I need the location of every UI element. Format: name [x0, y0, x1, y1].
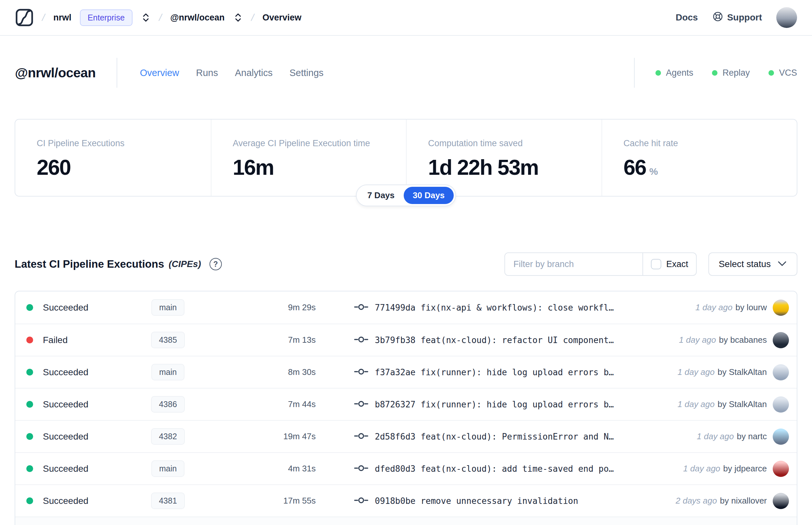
- cipe-table-row[interactable]: Succeeded main 4m 31s dfed80d3 feat(nx-c…: [15, 452, 797, 484]
- row-time-ago: 1 day ago: [695, 302, 732, 313]
- chevron-down-icon: [777, 259, 787, 269]
- row-time-ago: 1 day ago: [679, 335, 716, 345]
- git-commit-icon: [354, 432, 368, 441]
- row-status-label: Succeeded: [43, 367, 137, 377]
- row-duration: 7m 44s: [199, 399, 316, 409]
- cipe-table-row[interactable]: Succeeded main 8m 30s f37a32ae fix(runne…: [15, 356, 797, 388]
- cipe-table: Succeeded main 9m 29s 771499da fix(nx-ap…: [15, 291, 797, 525]
- row-duration: 19m 47s: [199, 432, 316, 441]
- status-agents[interactable]: Agents: [656, 68, 693, 78]
- branch-chip[interactable]: 4385: [151, 332, 185, 348]
- status-dot-icon: [26, 465, 33, 472]
- workspace-header: @nrwl/ocean Overview Runs Analytics Sett…: [0, 58, 812, 88]
- commit-message[interactable]: dfed80d3 feat(nx-cloud): add time-saved …: [375, 464, 677, 474]
- row-status-label: Succeeded: [43, 302, 137, 313]
- branch-filter-group: Exact: [504, 252, 697, 276]
- cipe-title: Latest CI Pipeline Executions: [15, 258, 164, 270]
- row-time-ago: 1 day ago: [677, 399, 715, 409]
- workspace-tabs: Overview Runs Analytics Settings: [117, 58, 323, 88]
- exact-label: Exact: [666, 259, 688, 269]
- green-dot-icon: [712, 70, 718, 76]
- row-author: by nartc: [737, 432, 767, 441]
- green-dot-icon: [656, 70, 661, 76]
- range-30-days-button[interactable]: 30 Days: [404, 187, 454, 204]
- status-dot-icon: [26, 433, 33, 440]
- lifebuoy-icon: [712, 11, 723, 24]
- row-author: by jdpearce: [723, 464, 767, 474]
- breadcrumb-page: Overview: [262, 13, 302, 23]
- breadcrumb-separator: /: [158, 12, 163, 23]
- tab-runs[interactable]: Runs: [196, 68, 218, 78]
- git-commit-icon: [354, 496, 368, 506]
- user-avatar[interactable]: [776, 7, 797, 28]
- commit-message[interactable]: b8726327 fix(runner): hide log upload er…: [375, 400, 671, 409]
- page-title: @nrwl/ocean: [15, 65, 96, 80]
- author-avatar[interactable]: [773, 300, 789, 316]
- author-avatar[interactable]: [773, 429, 789, 445]
- git-commit-icon: [354, 368, 368, 377]
- branch-filter-input[interactable]: [505, 253, 642, 275]
- status-replay[interactable]: Replay: [712, 68, 750, 78]
- nx-cloud-logo-icon[interactable]: [15, 8, 34, 27]
- cipe-table-row[interactable]: Succeeded 4386 7m 44s b8726327 fix(runne…: [15, 388, 797, 420]
- org-switcher-chevron-icon[interactable]: [141, 12, 151, 23]
- branch-chip[interactable]: 4382: [151, 428, 185, 445]
- status-dot-icon: [26, 304, 33, 311]
- status-vcs[interactable]: VCS: [768, 68, 797, 78]
- cipe-table-row[interactable]: Failed 4385 7m 13s 3b79fb38 feat(nx-clou…: [15, 324, 797, 356]
- date-range-toggle: 7 Days 30 Days: [356, 184, 456, 206]
- row-author: by StalkAltan: [718, 399, 767, 409]
- row-duration: 17m 55s: [199, 496, 316, 506]
- author-avatar[interactable]: [773, 396, 789, 412]
- branch-chip[interactable]: 4386: [151, 396, 185, 412]
- row-duration: 8m 30s: [199, 367, 316, 377]
- row-time-ago: 1 day ago: [697, 432, 734, 441]
- status-dot-icon: [26, 401, 33, 408]
- cipe-section-header: Latest CI Pipeline Executions (CIPEs) ? …: [0, 252, 812, 276]
- cipe-table-row[interactable]: Succeeded main 9m 29s 771499da fix(nx-ap…: [15, 291, 797, 324]
- support-link[interactable]: Support: [712, 11, 762, 24]
- author-avatar[interactable]: [773, 461, 789, 477]
- cipe-table-row[interactable]: Succeeded 4381 17m 55s 0918b0be remove u…: [15, 484, 797, 516]
- git-commit-icon: [354, 400, 368, 409]
- git-commit-icon: [354, 303, 368, 313]
- row-status-label: Succeeded: [43, 432, 137, 442]
- workspace-switcher-chevron-icon[interactable]: [233, 12, 243, 23]
- enterprise-badge[interactable]: Enterprise: [80, 10, 133, 26]
- branch-chip[interactable]: main: [151, 460, 184, 477]
- help-icon[interactable]: ?: [210, 258, 222, 270]
- docs-link[interactable]: Docs: [676, 12, 698, 23]
- row-time-ago: 1 day ago: [677, 367, 715, 377]
- top-navbar: / nrwl Enterprise / @nrwl/ocean / Overvi…: [0, 0, 812, 36]
- commit-message[interactable]: 771499da fix(nx-api & workflows): close …: [375, 303, 689, 313]
- git-commit-icon: [354, 335, 368, 345]
- commit-message[interactable]: 2d58f6d3 feat(nx-cloud): PermissionError…: [375, 432, 690, 441]
- commit-message[interactable]: 0918b0be remove unnecessary invalidation: [375, 496, 669, 506]
- breadcrumb-separator: /: [41, 12, 46, 23]
- tab-overview[interactable]: Overview: [140, 68, 179, 78]
- row-author: by nixallover: [720, 496, 767, 506]
- tab-settings[interactable]: Settings: [289, 68, 323, 78]
- row-status-label: Failed: [43, 335, 137, 345]
- commit-message[interactable]: f37a32ae fix(runner): hide log upload er…: [375, 368, 671, 377]
- breadcrumb-workspace[interactable]: @nrwl/ocean: [170, 13, 225, 23]
- branch-chip[interactable]: 4381: [151, 493, 185, 509]
- commit-message[interactable]: 3b79fb38 feat(nx-cloud): refactor UI com…: [375, 335, 672, 345]
- author-avatar[interactable]: [773, 364, 789, 380]
- exact-checkbox[interactable]: [651, 259, 661, 269]
- range-7-days-button[interactable]: 7 Days: [358, 187, 404, 204]
- author-avatar[interactable]: [773, 332, 789, 348]
- row-status-label: Succeeded: [43, 464, 137, 474]
- row-author: by bcabanes: [719, 335, 767, 345]
- select-status-dropdown[interactable]: Select status: [708, 252, 797, 276]
- tab-analytics[interactable]: Analytics: [235, 68, 273, 78]
- row-duration: 7m 13s: [199, 335, 316, 345]
- branch-chip[interactable]: main: [151, 299, 184, 316]
- branch-chip[interactable]: main: [151, 364, 184, 380]
- breadcrumb-org[interactable]: nrwl: [53, 13, 72, 23]
- partially-visible-next-row: [15, 516, 797, 525]
- cipe-table-row[interactable]: Succeeded 4382 19m 47s 2d58f6d3 feat(nx-…: [15, 420, 797, 452]
- row-status-label: Succeeded: [43, 496, 137, 506]
- row-duration: 9m 29s: [199, 302, 316, 313]
- author-avatar[interactable]: [773, 493, 789, 509]
